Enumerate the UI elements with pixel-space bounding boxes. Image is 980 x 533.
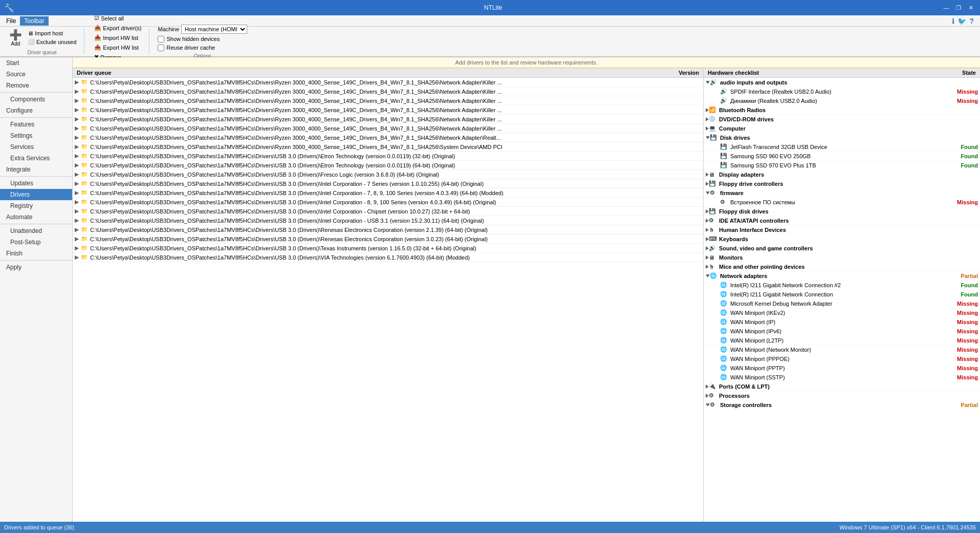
expand-btn[interactable]: ▶ (75, 88, 81, 95)
driver-row[interactable]: ▶ 📁 C:\Users\Petya\Desktop\USB3Drivers_O… (73, 207, 703, 216)
sidebar-item-source[interactable]: Source (0, 69, 72, 80)
hw-row[interactable]: 🔊 Sound, video and game controllers (704, 244, 980, 253)
expand-btn[interactable]: ▶ (75, 106, 81, 113)
hw-row[interactable]: 🖱 Mice and other pointing devices (704, 262, 980, 271)
hw-row[interactable]: 🌐 WAN Miniport (IPv6) Missing (704, 327, 980, 336)
sidebar-item-remove[interactable]: Remove (0, 80, 72, 91)
expand-btn[interactable]: ▶ (75, 245, 81, 251)
exclude-unused-button[interactable]: ⬜ Exclude unused (26, 38, 78, 46)
collapse-icon[interactable] (706, 403, 710, 407)
collapse-icon[interactable] (706, 274, 710, 278)
reuse-driver-checkbox-label[interactable]: Reuse driver cache (158, 45, 247, 51)
hw-row[interactable]: 🌐 WAN Miniport (SSTP) Missing (704, 373, 980, 382)
expand-btn[interactable]: ▶ (75, 134, 81, 141)
hw-row[interactable]: ⚙ Processors (704, 391, 980, 400)
sidebar-item-automate[interactable]: Automate (0, 211, 72, 223)
hw-row[interactable]: ⚙ firmware (704, 188, 980, 198)
collapse-icon[interactable] (706, 81, 710, 84)
sidebar-item-components[interactable]: Components (0, 94, 72, 105)
show-hidden-checkbox-label[interactable]: Show hidden devices (158, 36, 247, 42)
expand-btn[interactable]: ▶ (75, 217, 81, 224)
sidebar-item-start[interactable]: Start (0, 57, 72, 69)
sidebar-item-finish[interactable]: Finish (0, 248, 72, 259)
driver-row[interactable]: ▶ 📁 C:\Users\Petya\Desktop\USB3Drivers_O… (73, 234, 703, 244)
hw-row[interactable]: ⌨ Keyboards (704, 234, 980, 244)
driver-row[interactable]: ▶ 📁 C:\Users\Petya\Desktop\USB3Drivers_O… (73, 133, 703, 142)
driver-row[interactable]: ▶ 📁 C:\Users\Petya\Desktop\USB3Drivers_O… (73, 115, 703, 124)
sidebar-item-post-setup[interactable]: Post-Setup (0, 237, 72, 248)
minimize-button[interactable]: — (941, 3, 951, 13)
menu-toolbar[interactable]: Toolbar (20, 16, 48, 26)
hw-row[interactable]: 💿 DVD/CD-ROM drives (704, 115, 980, 124)
menu-file[interactable]: File (2, 16, 20, 26)
driver-row[interactable]: ▶ 📁 C:\Users\Petya\Desktop\USB3Drivers_O… (73, 87, 703, 96)
hw-list[interactable]: 🔊 audio inputs and outputs 🔊 SPDIF Inter… (704, 78, 980, 522)
import-hw-button[interactable]: 📥 Import HW list (93, 34, 143, 41)
hw-row[interactable]: 💾 Disk drives (704, 133, 980, 142)
hw-row[interactable]: 💾 Samsung SSD 960 EVO 250GB Found (704, 152, 980, 161)
show-hidden-checkbox[interactable] (158, 36, 164, 42)
hw-row[interactable]: 🖥 Display adapters (704, 170, 980, 179)
sidebar-item-configure[interactable]: Configure (0, 105, 72, 116)
help-icon[interactable]: ? (969, 17, 974, 25)
expand-btn[interactable]: ▶ (75, 180, 81, 187)
collapse-icon[interactable] (706, 191, 710, 195)
driver-row[interactable]: ▶ 📁 C:\Users\Petya\Desktop\USB3Drivers_O… (73, 188, 703, 198)
driver-row[interactable]: ▶ 📁 C:\Users\Petya\Desktop\USB3Drivers_O… (73, 96, 703, 105)
expand-btn[interactable]: ▶ (75, 97, 81, 104)
hw-row[interactable]: 🌐 Microsoft Kernel Debug Network Adapter… (704, 299, 980, 308)
driver-row[interactable]: ▶ 📁 C:\Users\Petya\Desktop\USB3Drivers_O… (73, 225, 703, 234)
expand-btn[interactable]: ▶ (75, 208, 81, 215)
sidebar-item-apply[interactable]: Apply (0, 262, 72, 273)
hw-row[interactable]: 🌐 Intel(R) I211 Gigabit Network Connecti… (704, 281, 980, 290)
expand-btn[interactable]: ▶ (75, 236, 81, 242)
twitter-icon[interactable]: 🐦 (957, 17, 966, 25)
expand-btn[interactable]: ▶ (75, 226, 81, 233)
expand-btn[interactable]: ▶ (75, 189, 81, 196)
hw-row[interactable]: 🌐 WAN Miniport (PPPOE) Missing (704, 354, 980, 364)
hw-row[interactable]: 🌐 Intel(R) I211 Gigabit Network Connecti… (704, 290, 980, 299)
expand-btn[interactable]: ▶ (75, 162, 81, 168)
hw-row[interactable]: 🌐 WAN Miniport (PPTP) Missing (704, 364, 980, 373)
driver-row[interactable]: ▶ 📁 C:\Users\Petya\Desktop\USB3Drivers_O… (73, 253, 703, 262)
hw-row[interactable]: 🔊 SPDIF Interface (Realtek USB2.0 Audio)… (704, 87, 980, 96)
hw-row[interactable]: 💾 Floppy drive controllers (704, 179, 980, 188)
sidebar-item-services[interactable]: Services (0, 141, 72, 153)
export-hw-button[interactable]: 📤 Export HW list (93, 44, 143, 51)
hw-row[interactable]: ⚙ Встроенное ПО системы Missing (704, 198, 980, 207)
hw-row[interactable]: 💾 JetFlash Transcend 32GB USB Device Fou… (704, 142, 980, 152)
hw-row[interactable]: 🔊 audio inputs and outputs (704, 78, 980, 87)
hw-row[interactable]: 🔊 Динамики (Realtek USB2.0 Audio) Missin… (704, 96, 980, 105)
hw-row[interactable]: 🖥 Monitors (704, 253, 980, 262)
import-host-button[interactable]: 🖥 Import host (26, 30, 78, 37)
hw-row[interactable]: ⚙ IDE ATA/ATAPI controllers (704, 216, 980, 225)
driver-row[interactable]: ▶ 📁 C:\Users\Petya\Desktop\USB3Drivers_O… (73, 198, 703, 207)
driver-row[interactable]: ▶ 📁 C:\Users\Petya\Desktop\USB3Drivers_O… (73, 78, 703, 87)
expand-btn[interactable]: ▶ (75, 171, 81, 178)
expand-btn[interactable]: ▶ (75, 199, 81, 205)
expand-btn[interactable]: ▶ (75, 125, 81, 132)
hw-row[interactable]: 🌐 WAN Miniport (Network Monitor) Missing (704, 345, 980, 354)
close-button[interactable]: ✕ (966, 3, 976, 13)
driver-row[interactable]: ▶ 📁 C:\Users\Petya\Desktop\USB3Drivers_O… (73, 142, 703, 152)
driver-row[interactable]: ▶ 📁 C:\Users\Petya\Desktop\USB3Drivers_O… (73, 161, 703, 170)
hw-row[interactable]: 🌐 WAN Miniport (L2TP) Missing (704, 336, 980, 345)
sidebar-item-drivers[interactable]: Drivers (0, 189, 72, 200)
info-icon[interactable]: ℹ (952, 17, 954, 25)
expand-btn[interactable]: ▶ (75, 153, 81, 159)
export-drivers-button[interactable]: 📤 Export driver(s) (93, 24, 143, 32)
sidebar-item-integrate[interactable]: Integrate (0, 164, 72, 175)
sidebar-item-registry[interactable]: Registry (0, 200, 72, 211)
hw-row[interactable]: 💾 Samsung SSD 970 EVO Plus 1TB Found (704, 161, 980, 170)
hw-row[interactable]: 🌐 WAN Miniport (IP) Missing (704, 317, 980, 327)
hw-row[interactable]: 🖱 Human Interface Devices (704, 225, 980, 234)
restore-button[interactable]: ❐ (953, 3, 964, 13)
expand-btn[interactable]: ▶ (75, 79, 81, 86)
driver-row[interactable]: ▶ 📁 C:\Users\Petya\Desktop\USB3Drivers_O… (73, 124, 703, 133)
hw-row[interactable]: 🌐 WAN Miniport (IKEv2) Missing (704, 308, 980, 317)
driver-row[interactable]: ▶ 📁 C:\Users\Petya\Desktop\USB3Drivers_O… (73, 152, 703, 161)
driver-row[interactable]: ▶ 📁 C:\Users\Petya\Desktop\USB3Drivers_O… (73, 105, 703, 115)
sidebar-item-unattended[interactable]: Unattended (0, 225, 72, 237)
hw-row[interactable]: ⚙ Storage controllers Partial (704, 400, 980, 410)
reuse-driver-checkbox[interactable] (158, 45, 164, 51)
